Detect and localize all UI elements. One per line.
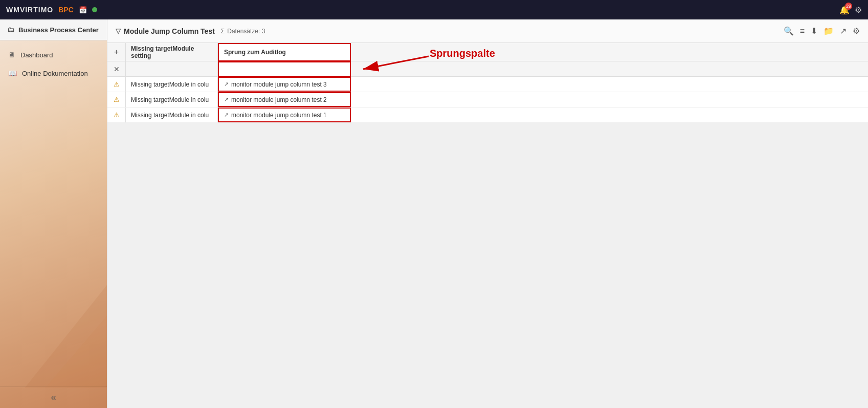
column-control-row: + Missing targetModule setting Sprung zu… bbox=[107, 43, 868, 61]
top-bar: WMVIRTIMO BPC 📅 🔔 29 ⚙ bbox=[0, 0, 868, 19]
sidebar-header-icon: 🗂 bbox=[7, 26, 14, 34]
sidebar-header: 🗂 Business Process Center bbox=[0, 19, 107, 40]
table-row: ⚠ Missing targetModule in colu ↗ monitor… bbox=[107, 77, 868, 92]
warning-icon: ⚠ bbox=[114, 80, 120, 88]
row-3-col1: Missing targetModule in colu bbox=[126, 108, 218, 122]
row-2-link[interactable]: ↗ monitor module jump column test 2 bbox=[224, 96, 327, 103]
share-icon[interactable]: ↗ bbox=[840, 26, 847, 36]
row-warning-icon: ⚠ bbox=[107, 108, 126, 122]
external-link-icon: ↗ bbox=[224, 81, 229, 88]
external-link-icon: ↗ bbox=[224, 112, 229, 118]
row-warning-icon: ⚠ bbox=[107, 77, 126, 92]
table-row: ⚠ Missing targetModule in colu ↗ monitor… bbox=[107, 108, 868, 123]
search-icon[interactable]: 🔍 bbox=[784, 26, 794, 36]
view-header: ▽ Module Jump Column Test Σ Datensätze: … bbox=[107, 19, 868, 43]
row-3-col2[interactable]: ↗ monitor module jump column test 1 bbox=[218, 108, 351, 122]
monitor-icon: 🖥 bbox=[8, 51, 15, 59]
row-3-link-text: monitor module jump column test 1 bbox=[231, 112, 327, 119]
sidebar-item-dashboard[interactable]: 🖥 Dashboard bbox=[0, 46, 107, 64]
table-container: + Missing targetModule setting Sprung zu… bbox=[107, 43, 868, 123]
row-1-col1: Missing targetModule in colu bbox=[126, 77, 218, 92]
view-header-right: 🔍 ≡ ⬇ 📁 ↗ ⚙ bbox=[784, 26, 860, 36]
app-body: 🗂 Business Process Center 🖥 Dashboard 📖 … bbox=[0, 19, 868, 408]
sidebar: 🗂 Business Process Center 🖥 Dashboard 📖 … bbox=[0, 19, 107, 408]
remove-column-button[interactable]: ✕ bbox=[107, 60, 126, 78]
record-count: Σ Datensätze: 3 bbox=[221, 28, 265, 35]
view-title-text: Module Jump Column Test bbox=[124, 27, 215, 35]
sidebar-collapse-button[interactable]: « bbox=[0, 386, 107, 408]
download-icon[interactable]: ⬇ bbox=[811, 26, 817, 36]
column-remove-row: ✕ bbox=[107, 61, 868, 77]
record-count-label: Datensätze: 3 bbox=[227, 28, 265, 35]
row-3-link[interactable]: ↗ monitor module jump column test 1 bbox=[224, 112, 327, 119]
folder-icon[interactable]: 📁 bbox=[824, 26, 834, 36]
settings-icon[interactable]: ⚙ bbox=[853, 26, 860, 36]
sigma-icon: Σ bbox=[221, 28, 225, 35]
notification-bell[interactable]: 🔔 29 bbox=[839, 5, 850, 15]
sidebar-item-online-docs[interactable]: 📖 Online Dokumentation bbox=[0, 64, 107, 82]
col-header-1: Missing targetModule setting bbox=[126, 43, 218, 61]
sidebar-title: Business Process Center bbox=[18, 26, 99, 34]
bpc-label: BPC bbox=[58, 6, 74, 14]
warning-icon: ⚠ bbox=[114, 96, 120, 103]
view-title: ▽ Module Jump Column Test bbox=[116, 27, 215, 35]
row-1-link-text: monitor module jump column test 3 bbox=[231, 81, 327, 88]
row-warning-icon: ⚠ bbox=[107, 92, 126, 107]
sidebar-nav: 🖥 Dashboard 📖 Online Dokumentation bbox=[0, 40, 107, 386]
collapse-icon: « bbox=[51, 392, 56, 403]
row-1-link[interactable]: ↗ monitor module jump column test 3 bbox=[224, 81, 327, 88]
external-link-icon: ↗ bbox=[224, 96, 229, 103]
view-header-left: ▽ Module Jump Column Test Σ Datensätze: … bbox=[116, 27, 265, 35]
sidebar-item-online-docs-label: Online Dokumentation bbox=[22, 70, 88, 77]
book-icon: 📖 bbox=[8, 69, 17, 77]
status-dot bbox=[92, 7, 97, 12]
settings-icon[interactable]: ⚙ bbox=[855, 5, 862, 15]
logo: WMVIRTIMO bbox=[6, 6, 53, 14]
sidebar-item-dashboard-label: Dashboard bbox=[20, 51, 53, 59]
top-bar-right: 🔔 29 ⚙ bbox=[839, 5, 862, 15]
main-content: ▽ Module Jump Column Test Σ Datensätze: … bbox=[107, 19, 868, 408]
row-2-col2[interactable]: ↗ monitor module jump column test 2 bbox=[218, 92, 351, 107]
calendar-icon[interactable]: 📅 bbox=[79, 6, 87, 14]
row-1-col2[interactable]: ↗ monitor module jump column test 3 bbox=[218, 77, 351, 92]
list-icon[interactable]: ≡ bbox=[800, 27, 805, 36]
row-2-col1: Missing targetModule in colu bbox=[126, 92, 218, 107]
row-2-link-text: monitor module jump column test 2 bbox=[231, 96, 327, 103]
table-row: ⚠ Missing targetModule in colu ↗ monitor… bbox=[107, 92, 868, 108]
notification-count: 29 bbox=[845, 3, 852, 10]
table-area: + Missing targetModule setting Sprung zu… bbox=[107, 43, 868, 408]
col-header-2: Sprung zum Auditlog bbox=[218, 43, 351, 61]
warning-icon: ⚠ bbox=[114, 111, 120, 119]
top-bar-left: WMVIRTIMO BPC 📅 bbox=[6, 6, 97, 14]
filter-icon: ▽ bbox=[116, 27, 121, 35]
add-column-button[interactable]: + bbox=[107, 43, 126, 61]
